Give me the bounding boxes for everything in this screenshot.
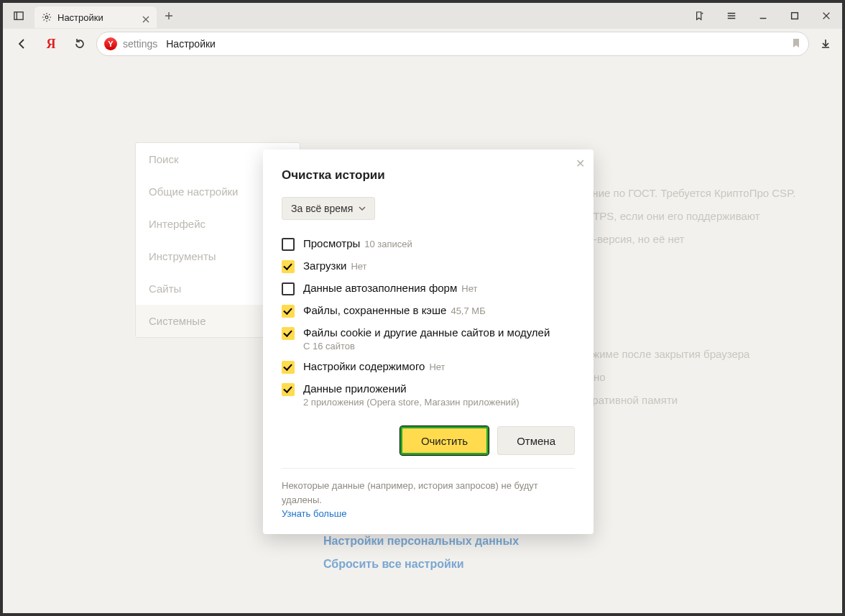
checkbox[interactable] (282, 361, 295, 374)
sidebar-toggle-icon[interactable] (3, 3, 34, 29)
close-dialog-icon[interactable]: ✕ (576, 157, 585, 170)
clear-options-list: Просмотры10 записей ЗагрузкиНет Данные а… (282, 237, 575, 408)
dialog-title: Очистка истории (282, 168, 575, 183)
clear-button[interactable]: Очистить (400, 426, 489, 455)
opt-autofill[interactable]: Данные автозаполнения формНет (282, 282, 575, 295)
omnibox-prefix: settings (123, 38, 157, 50)
tab-strip: Настройки (3, 3, 842, 29)
checkbox[interactable] (282, 238, 295, 251)
dialog-footer: Некоторые данные (например, история запр… (282, 468, 575, 521)
window-close-icon[interactable] (811, 3, 842, 29)
bookmarks-open-icon[interactable] (684, 3, 716, 29)
opt-downloads[interactable]: ЗагрузкиНет (282, 259, 575, 273)
checkbox[interactable] (282, 383, 295, 396)
checkbox[interactable] (282, 282, 295, 295)
opt-cache[interactable]: Файлы, сохраненные в кэше45,7 МБ (282, 304, 575, 318)
tab-title: Настройки (57, 12, 137, 23)
omnibox-title: Настройки (166, 38, 216, 50)
bg-text: ание по ГОСТ. Требуется КриптоПро CSP. (586, 187, 795, 199)
link-reset-settings[interactable]: Сбросить все настройки (323, 558, 464, 571)
address-bar[interactable]: Y settings Настройки (96, 32, 809, 56)
checkbox[interactable] (282, 260, 295, 273)
bg-text: еративной памяти (586, 394, 678, 406)
back-icon[interactable] (10, 32, 34, 56)
bookmark-icon[interactable] (791, 38, 801, 50)
svg-rect-3 (792, 13, 798, 19)
bg-text: ежиме после закрытия браузера (586, 348, 749, 360)
time-range-dropdown[interactable]: За всё время (282, 197, 375, 220)
opt-app-data[interactable]: Данные приложений 2 приложения (Opera st… (282, 382, 575, 408)
downloads-icon[interactable] (813, 32, 838, 56)
yandex-icon: Y (104, 37, 117, 50)
home-yandex-icon[interactable]: Я (39, 32, 63, 56)
svg-point-2 (45, 16, 48, 19)
cancel-button[interactable]: Отмена (497, 426, 575, 455)
time-range-value: За всё время (291, 203, 353, 214)
menu-icon[interactable] (716, 3, 747, 29)
chevron-down-icon (359, 205, 366, 212)
window-maximize-icon[interactable] (779, 3, 811, 29)
window-minimize-icon[interactable] (747, 3, 779, 29)
tab-settings[interactable]: Настройки (34, 6, 157, 28)
opt-cookies[interactable]: Файлы cookie и другие данные сайтов и мо… (282, 326, 575, 351)
bg-text: TTPS, если они его поддерживают (586, 210, 760, 222)
opt-content-settings[interactable]: Настройки содержимогоНет (282, 360, 575, 374)
link-personal-data[interactable]: Настройки персональных данных (323, 535, 519, 548)
opt-views[interactable]: Просмотры10 записей (282, 237, 575, 251)
learn-more-link[interactable]: Узнать больше (282, 508, 346, 519)
checkbox[interactable] (282, 327, 295, 340)
browser-window: Настройки Я (0, 0, 845, 616)
settings-page: Поиск Общие настройки Интерфейс Инструме… (6, 62, 839, 610)
checkbox[interactable] (282, 305, 295, 318)
clear-history-dialog: ✕ Очистка истории За всё время Просмотры… (263, 150, 594, 534)
new-tab-button[interactable] (157, 12, 181, 20)
dialog-actions: Очистить Отмена (282, 426, 575, 455)
close-tab-icon[interactable] (142, 14, 149, 21)
bg-text: S-версия, но её нет (586, 233, 684, 245)
gear-icon (42, 12, 52, 22)
footer-text: Некоторые данные (например, история запр… (282, 480, 538, 505)
nav-toolbar: Я Y settings Настройки (3, 29, 842, 59)
svg-rect-0 (14, 12, 23, 20)
reload-icon[interactable] (68, 32, 92, 56)
